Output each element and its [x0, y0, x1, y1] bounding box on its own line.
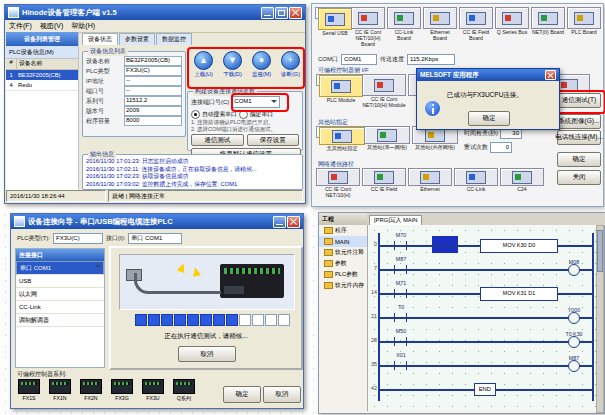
device-row[interactable]: 4 Redu: [6, 80, 78, 91]
other-station-tile-single[interactable]: 其他站(单一网络): [364, 126, 410, 151]
comm-test-button[interactable]: 通信测试: [191, 134, 244, 146]
com-port-select[interactable]: COM1: [231, 96, 280, 108]
system-image-button[interactable]: 系统图像(G)...: [557, 114, 601, 129]
download-button[interactable]: ▼ 下载(D): [220, 51, 245, 78]
plc-type-value[interactable]: FX3U(C): [53, 233, 103, 244]
ladder-rung[interactable]: 28 M50 T0 K30: [378, 341, 592, 343]
instruction-box[interactable]: MOV K30 D0: [480, 239, 558, 253]
interface-item-com1[interactable]: 串口 COM1: [16, 261, 104, 275]
interface-item-usb[interactable]: USB: [16, 275, 104, 288]
save-settings-button[interactable]: 保存设置: [247, 134, 300, 146]
ladder-rung[interactable]: 7 M87 M08: [378, 269, 592, 271]
interface-item-modem[interactable]: 调制解调器: [16, 314, 104, 327]
device-row-selected[interactable]: 1 BE32F2005(CB): [6, 70, 78, 80]
sidebar-header-device-list[interactable]: 设备列表管理: [6, 32, 78, 46]
upload-button[interactable]: ▲ 上载(U): [191, 51, 216, 78]
contact[interactable]: M70: [394, 241, 407, 250]
model-q-series[interactable]: Q系列: [172, 379, 196, 402]
ladder-canvas[interactable]: 0 M70 MOV K30 D0 7 M87 M08 14 M71 MOV K3…: [367, 225, 599, 411]
coil-icon[interactable]: [568, 336, 580, 348]
window1-titlebar[interactable]: Hinode设备管理客户端 v1.5: [5, 5, 305, 20]
ok-button[interactable]: 确定: [557, 152, 601, 167]
pcif-tile-q-bus[interactable]: Q Series Bus: [495, 7, 529, 36]
route-tile-ethernet[interactable]: Ethernet: [408, 168, 452, 193]
com-value[interactable]: COM1: [341, 54, 377, 65]
phone-line-button[interactable]: 电话线连接(M)...: [557, 130, 601, 145]
minimize-icon[interactable]: [261, 7, 274, 19]
tree-item-main[interactable]: MAIN: [319, 236, 367, 247]
tab-device-status[interactable]: 设备状态: [82, 33, 118, 45]
retry-value[interactable]: 0: [490, 142, 512, 153]
route-tile-c24[interactable]: C24: [500, 168, 544, 193]
interface-item-ethernet[interactable]: 以太网: [16, 288, 104, 301]
ok-button[interactable]: 确定: [223, 386, 261, 403]
device-table-col-name: 设备名称: [17, 59, 78, 69]
stop-button[interactable]: 取消: [178, 346, 236, 362]
ladder-rung[interactable]: 21 T0 Y000: [378, 317, 592, 319]
route-tile-cclink[interactable]: CC-Link: [454, 168, 498, 193]
close-icon[interactable]: [287, 216, 300, 228]
ladder-rung[interactable]: 0 M70 MOV K30 D0: [378, 245, 592, 247]
diagnose-button[interactable]: + 诊断(G): [278, 51, 303, 78]
dialog-ok-button[interactable]: 确定: [468, 111, 510, 126]
contact[interactable]: M50: [394, 337, 407, 346]
route-tile-ccie-cont[interactable]: CC IE Cont NET/10(H): [316, 168, 360, 199]
pcif-tile-net2-board[interactable]: NET(II) Board: [531, 7, 565, 36]
hinode-client-window: Hinode设备管理客户端 v1.5 文件(F) 视图(V) 帮助(H) 设备列…: [4, 4, 306, 204]
melsoft-dialog-titlebar[interactable]: MELSOFT 应用程序: [417, 69, 559, 81]
model-fx2n[interactable]: FX2N: [79, 379, 103, 402]
contact[interactable]: X01: [394, 361, 407, 370]
close-button[interactable]: 关闭: [557, 170, 601, 185]
interface-item-cclink[interactable]: CC-Link: [16, 301, 104, 314]
comm-test-button[interactable]: 通信测试(T): [557, 93, 601, 108]
tree-item-plc-parameter[interactable]: PLC参数: [319, 269, 367, 280]
model-fx1n[interactable]: FX1N: [48, 379, 72, 402]
pcif-tile-ccie-cont-board[interactable]: CC IE Cont NET/10(H) Board: [351, 7, 385, 47]
ladder-rung[interactable]: 14 M71 MOV K31 D1: [378, 293, 592, 295]
model-fx3g[interactable]: FX3G: [110, 379, 134, 402]
progress-cell: [148, 314, 160, 326]
model-fx3u[interactable]: FX3U: [141, 379, 165, 402]
instruction-box[interactable]: MOV K31 D1: [480, 287, 558, 301]
speed-value[interactable]: 115.2Kbps: [407, 54, 455, 65]
contact[interactable]: M71: [394, 289, 407, 298]
menu-help[interactable]: 帮助(H): [71, 21, 95, 31]
cancel-button[interactable]: 取消: [263, 386, 301, 403]
contact[interactable]: T0: [394, 313, 407, 322]
field-value: 11512.2: [124, 96, 182, 106]
contact[interactable]: M87: [394, 265, 407, 274]
menu-view[interactable]: 视图(V): [40, 21, 63, 31]
pcif-tile-plc-board[interactable]: PLC Board: [567, 7, 601, 36]
sidebar-header-plc-info[interactable]: PLC设备信息(M): [6, 46, 78, 59]
coil-icon[interactable]: [568, 360, 580, 372]
dialog-close-icon[interactable]: [545, 70, 556, 80]
tree-item-parameter[interactable]: 参数: [319, 258, 367, 269]
plcif-tile-ccie-cont-module[interactable]: CC IE Cont NET/10(H) Module: [362, 74, 406, 109]
tree-item-comment[interactable]: 软元件注释: [319, 247, 367, 258]
tab-data-monitor[interactable]: 数据监控: [156, 33, 192, 45]
radio-manual-port[interactable]: [239, 110, 248, 119]
coil-icon[interactable]: [568, 312, 580, 324]
coil-icon[interactable]: [568, 264, 580, 276]
interface-value[interactable]: 串口 COM1: [128, 233, 182, 244]
tree-item-device-memory[interactable]: 软元件内存: [319, 280, 367, 291]
minimize-icon[interactable]: [273, 216, 286, 228]
menu-file[interactable]: 文件(F): [9, 21, 32, 31]
tab-parameter[interactable]: 参数设置: [119, 33, 155, 45]
scrollbar-thumb[interactable]: [597, 230, 603, 272]
pcif-tile-cclink-board[interactable]: CC-Link Board: [387, 7, 421, 42]
model-fx1s[interactable]: FX1S: [17, 379, 41, 402]
ladder-tab-main[interactable]: [PRG]写入 MAIN: [369, 215, 422, 225]
vertical-scrollbar[interactable]: [596, 225, 604, 413]
maximize-icon[interactable]: [275, 7, 288, 19]
pcif-tile-ccie-field-board[interactable]: CC IE Field Board: [459, 7, 493, 42]
ladder-rung[interactable]: 35 X01 M87: [378, 365, 592, 367]
route-tile-ccie-field[interactable]: CC IE Field: [362, 168, 406, 193]
radio-auto-search[interactable]: [191, 110, 200, 119]
window3-titlebar[interactable]: 设备连接向导 - 串口/USB编程电缆连接PLC: [11, 214, 303, 229]
pcif-tile-ethernet-board[interactable]: Ethernet Board: [423, 7, 457, 42]
tree-item-program[interactable]: 程序: [319, 225, 367, 236]
monitor-button[interactable]: ● 监视(M): [249, 51, 274, 78]
close-icon[interactable]: [289, 7, 302, 19]
ladder-rung-end[interactable]: 42 END: [378, 389, 592, 391]
